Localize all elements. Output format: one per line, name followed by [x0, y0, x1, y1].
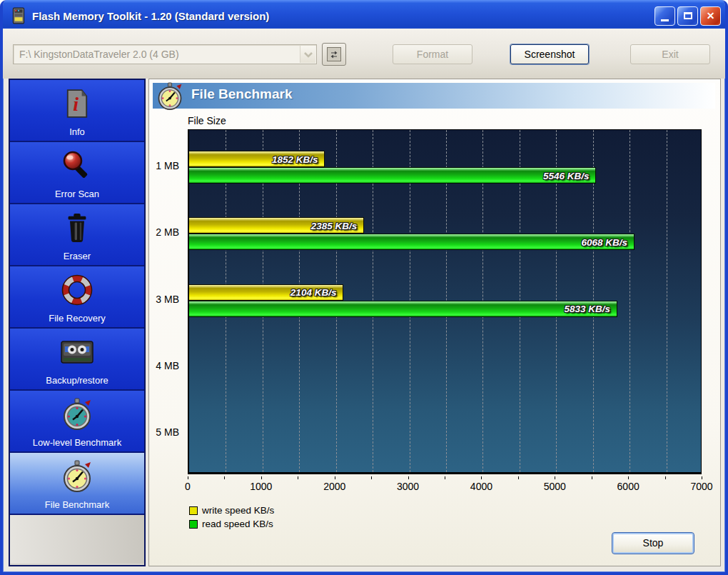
write-speed-bar: 1852 KB/s: [189, 151, 325, 167]
refresh-icon: [327, 47, 341, 61]
y-axis-label: 3 MB: [156, 294, 179, 305]
legend-item: write speed KB/s: [189, 504, 274, 517]
read-speed-bar: 6068 KB/s: [189, 234, 635, 250]
sidebar-item-eraser[interactable]: Eraser: [10, 204, 144, 266]
legend-item: read speed KB/s: [189, 517, 274, 531]
x-axis-tick: [224, 476, 225, 479]
write-speed-bar: 2385 KB/s: [189, 217, 364, 234]
x-axis-label: 5000: [544, 481, 566, 492]
format-button[interactable]: Format: [393, 44, 472, 64]
y-axis-label: 2 MB: [156, 226, 179, 238]
svg-text:i: i: [73, 93, 79, 115]
refresh-devices-button[interactable]: [322, 43, 346, 66]
maximize-button[interactable]: [677, 6, 698, 26]
minimize-icon: [661, 19, 669, 21]
x-axis-tick: [408, 476, 409, 479]
bar-value-label: 5833 KB/s: [564, 304, 610, 314]
device-selector-value: F:\ KingstonDataTraveler 2.0 (4 GB): [14, 49, 300, 60]
x-axis-tick: [371, 476, 372, 479]
window-title: Flash Memory Toolkit - 1.20 (Standard ve…: [32, 10, 654, 22]
toolbar: F:\ KingstonDataTraveler 2.0 (4 GB) Form…: [3, 29, 725, 79]
chevron-down-icon[interactable]: [300, 46, 315, 63]
y-axis-label: 5 MB: [156, 426, 179, 438]
legend-swatch: [189, 506, 198, 515]
trash-icon: [64, 204, 91, 251]
y-axis-label: 4 MB: [156, 360, 179, 371]
minimize-button[interactable]: [654, 6, 675, 26]
chart-ylabels: 1 MB2 MB3 MB4 MB5 MB: [149, 129, 183, 474]
stop-button[interactable]: Stop: [612, 532, 694, 554]
x-axis-tick: [261, 476, 262, 479]
sidebar-item-error-scan[interactable]: Error Scan: [10, 142, 144, 204]
bar-value-label: 6068 KB/s: [582, 236, 628, 247]
y-axis-label: 1 MB: [156, 160, 179, 171]
info-document-icon: i: [65, 80, 89, 126]
sidebar-item-label: File Recovery: [49, 313, 105, 324]
sidebar-item-label: File Benchmark: [45, 499, 109, 510]
sidebar-nav: i Info Error Scan: [9, 79, 146, 566]
close-button[interactable]: ✕: [700, 6, 721, 26]
stopwatch-teal-icon: [61, 391, 93, 437]
x-axis-tick: [628, 476, 629, 479]
x-axis-label: 2000: [323, 481, 345, 492]
screenshot-button[interactable]: Screenshot: [510, 44, 589, 64]
device-selector[interactable]: F:\ KingstonDataTraveler 2.0 (4 GB): [13, 44, 317, 64]
sidebar-item-low-level-benchmark[interactable]: Low-level Benchmark: [10, 391, 144, 453]
stopwatch-yellow-icon: [61, 453, 93, 499]
x-axis-label: 1000: [250, 481, 272, 492]
exit-button[interactable]: Exit: [630, 44, 710, 64]
x-axis-label: 6000: [617, 481, 639, 492]
x-axis-tick: [555, 476, 555, 479]
sidebar-item-label: Low-level Benchmark: [33, 437, 121, 448]
app-icon: [10, 7, 27, 24]
x-axis-label: 4000: [470, 481, 492, 492]
read-speed-bar: 5546 KB/s: [189, 167, 596, 184]
x-axis-label: 3000: [397, 481, 419, 492]
sidebar-filler: [10, 515, 144, 564]
x-axis-tick: [702, 476, 702, 479]
x-axis-tick: [665, 476, 666, 479]
legend-label: write speed KB/s: [202, 505, 274, 516]
sidebar-item-label: Backup/restore: [46, 375, 108, 386]
bar-value-label: 2104 KB/s: [290, 287, 337, 298]
stopwatch-header-icon: [156, 82, 183, 114]
legend-label: read speed KB/s: [202, 519, 273, 529]
sidebar-item-file-benchmark[interactable]: File Benchmark: [10, 453, 144, 515]
magnifier-icon: [61, 142, 93, 189]
chart-xaxis: 01000200030004000500060007000: [188, 476, 702, 495]
panel-header: File Benchmark: [153, 83, 715, 109]
chart-plot: 1852 KB/s2385 KB/s2104 KB/s5546 KB/s6068…: [188, 129, 702, 474]
gridline: [667, 130, 667, 472]
sidebar-item-file-recovery[interactable]: File Recovery: [10, 266, 144, 329]
cassette-icon: [61, 329, 93, 375]
sidebar-item-label: Info: [69, 126, 85, 137]
write-speed-bar: 2104 KB/s: [189, 284, 343, 301]
lifebuoy-icon: [61, 266, 93, 313]
x-axis-tick: [335, 476, 335, 479]
x-axis-tick: [592, 476, 592, 479]
legend-swatch: [189, 520, 198, 529]
bar-value-label: 1852 KB/s: [272, 154, 318, 164]
chart-legend: write speed KB/sread speed KB/s: [189, 504, 274, 531]
close-icon: ✕: [707, 11, 715, 21]
sidebar-item-label: Eraser: [64, 251, 91, 261]
app-window: Flash Memory Toolkit - 1.20 (Standard ve…: [0, 0, 728, 575]
page-title: File Benchmark: [191, 86, 293, 102]
x-axis-tick: [481, 476, 482, 479]
gridline: [630, 130, 630, 472]
x-axis-label: 0: [185, 481, 191, 492]
sidebar-item-info[interactable]: i Info: [10, 80, 144, 142]
maximize-icon: [684, 12, 692, 19]
title-bar[interactable]: Flash Memory Toolkit - 1.20 (Standard ve…: [0, 0, 728, 31]
x-axis-tick: [188, 476, 188, 479]
sidebar-item-backup-restore[interactable]: Backup/restore: [10, 329, 144, 391]
x-axis-tick: [298, 476, 298, 479]
sidebar-item-label: Error Scan: [55, 189, 99, 199]
bar-value-label: 5546 KB/s: [543, 170, 590, 181]
x-axis-tick: [518, 476, 519, 479]
bar-value-label: 2385 KB/s: [311, 220, 358, 231]
x-axis-tick: [445, 476, 445, 479]
read-speed-bar: 5833 KB/s: [189, 301, 617, 317]
x-axis-label: 7000: [690, 481, 712, 492]
chart-title: File Size: [188, 115, 226, 126]
